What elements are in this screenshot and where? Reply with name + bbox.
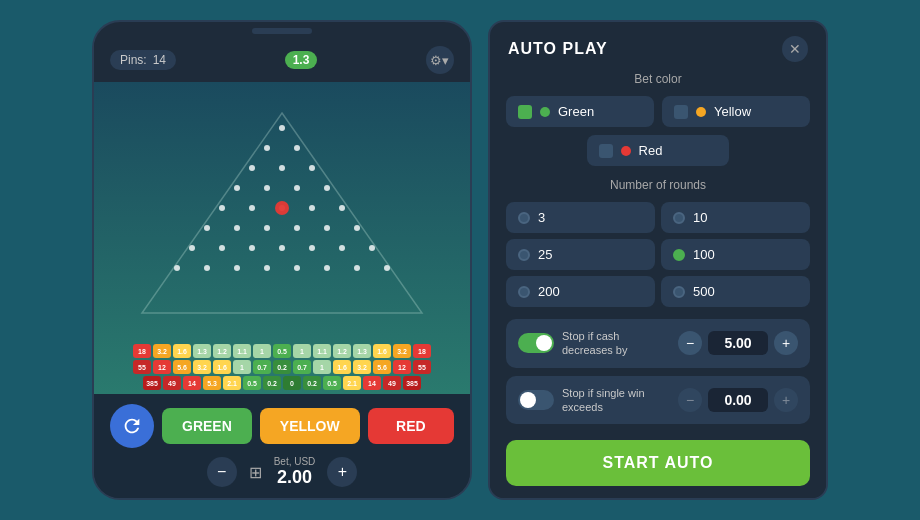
stop-cash-value: 5.00: [708, 331, 768, 355]
svg-point-17: [234, 225, 240, 231]
stop-win-decrease[interactable]: −: [678, 388, 702, 412]
svg-point-36: [384, 265, 390, 271]
score-cell: 5.6: [173, 360, 191, 374]
plinko-svg: [132, 103, 432, 323]
svg-point-29: [174, 265, 180, 271]
start-auto-button[interactable]: START AUTO: [506, 440, 810, 486]
stop-win-row: Stop if single win exceeds − 0.00 +: [506, 376, 810, 425]
svg-point-37: [275, 201, 289, 215]
score-cell: 18: [133, 344, 151, 358]
score-cell: 0: [283, 376, 301, 390]
green-dot: [540, 107, 550, 117]
stop-win-value: 0.00: [708, 388, 768, 412]
red-dot: [621, 146, 631, 156]
round-value: 25: [538, 247, 552, 262]
round-radio: [673, 212, 685, 224]
round-value: 100: [693, 247, 715, 262]
stop-cash-text: Stop if cash decreases by: [562, 329, 670, 358]
svg-point-19: [294, 225, 300, 231]
round-option[interactable]: 100: [661, 239, 810, 270]
stop-win-increase[interactable]: +: [774, 388, 798, 412]
svg-point-28: [369, 245, 375, 251]
color-option-green[interactable]: Green: [506, 96, 654, 127]
score-cell: 1: [233, 360, 251, 374]
bet-decrease-button[interactable]: −: [207, 457, 237, 487]
score-cell: 3.2: [353, 360, 371, 374]
color-option-red[interactable]: Red: [587, 135, 730, 166]
round-value: 3: [538, 210, 545, 225]
round-radio: [673, 286, 685, 298]
svg-point-33: [294, 265, 300, 271]
score-cell: 1.6: [373, 344, 391, 358]
score-cell: 1: [253, 344, 271, 358]
score-cell: 1.1: [313, 344, 331, 358]
score-cell: 0.2: [263, 376, 281, 390]
stop-cash-toggle[interactable]: [518, 333, 554, 353]
rounds-section: Number of rounds 31025100200500: [506, 178, 810, 307]
bet-color-grid: Green Yellow: [506, 96, 810, 127]
svg-point-14: [309, 205, 315, 211]
color-option-yellow[interactable]: Yellow: [662, 96, 810, 127]
pins-label: Pins:: [120, 53, 147, 67]
panel-title: AUTO PLAY: [508, 40, 608, 58]
score-cell: 1.1: [233, 344, 251, 358]
score-cell: 1.6: [173, 344, 191, 358]
bet-increase-button[interactable]: +: [327, 457, 357, 487]
bet-label: Bet, USD: [274, 456, 316, 467]
score-cell: 14: [363, 376, 381, 390]
score-cell: 1: [293, 344, 311, 358]
round-option[interactable]: 3: [506, 202, 655, 233]
svg-point-31: [234, 265, 240, 271]
score-cell: 1.2: [213, 344, 231, 358]
stop-cash-increase[interactable]: +: [774, 331, 798, 355]
score-cell: 385: [143, 376, 161, 390]
svg-point-18: [264, 225, 270, 231]
score-cell: 0.7: [293, 360, 311, 374]
color-buttons: GREEN YELLOW RED: [110, 404, 454, 448]
panel-footer: START AUTO: [490, 428, 826, 498]
red-checkbox: [599, 144, 613, 158]
svg-point-27: [339, 245, 345, 251]
red-button[interactable]: RED: [368, 408, 454, 444]
score-cell: 3.2: [193, 360, 211, 374]
round-option[interactable]: 500: [661, 276, 810, 307]
score-cell: 1.6: [333, 360, 351, 374]
green-button[interactable]: GREEN: [162, 408, 252, 444]
svg-point-32: [264, 265, 270, 271]
round-option[interactable]: 10: [661, 202, 810, 233]
svg-point-6: [309, 165, 315, 171]
red-label: Red: [639, 143, 663, 158]
yellow-label: Yellow: [714, 104, 751, 119]
score-cell: 0.2: [273, 360, 291, 374]
round-radio: [518, 286, 530, 298]
svg-point-8: [264, 185, 270, 191]
svg-point-7: [234, 185, 240, 191]
score-cell: 0.5: [323, 376, 341, 390]
score-cell: 5.6: [373, 360, 391, 374]
score-cell: 2.1: [343, 376, 361, 390]
svg-point-15: [339, 205, 345, 211]
yellow-checkbox: [674, 105, 688, 119]
score-cell: 49: [163, 376, 181, 390]
round-option[interactable]: 200: [506, 276, 655, 307]
svg-point-2: [264, 145, 270, 151]
pins-badge: Pins: 14: [110, 50, 176, 70]
svg-point-9: [294, 185, 300, 191]
yellow-button[interactable]: YELLOW: [260, 408, 360, 444]
bet-color-label: Bet color: [506, 72, 810, 86]
bet-row: − ⊞ Bet, USD 2.00 +: [110, 456, 454, 488]
svg-point-20: [324, 225, 330, 231]
close-button[interactable]: ✕: [782, 36, 808, 62]
panel-content: Bet color Green Yellow Red: [490, 72, 826, 428]
stop-win-toggle[interactable]: [518, 390, 554, 410]
round-option[interactable]: 25: [506, 239, 655, 270]
score-rows: 183.21.61.31.21.110.511.11.21.31.63.2185…: [94, 344, 470, 390]
score-cell: 3.2: [153, 344, 171, 358]
svg-point-21: [354, 225, 360, 231]
svg-point-25: [279, 245, 285, 251]
settings-button[interactable]: ⚙▾: [426, 46, 454, 74]
refresh-button[interactable]: [110, 404, 154, 448]
left-phone: Pins: 14 1.3 ⚙▾: [92, 20, 472, 500]
stop-cash-decrease[interactable]: −: [678, 331, 702, 355]
svg-point-24: [249, 245, 255, 251]
